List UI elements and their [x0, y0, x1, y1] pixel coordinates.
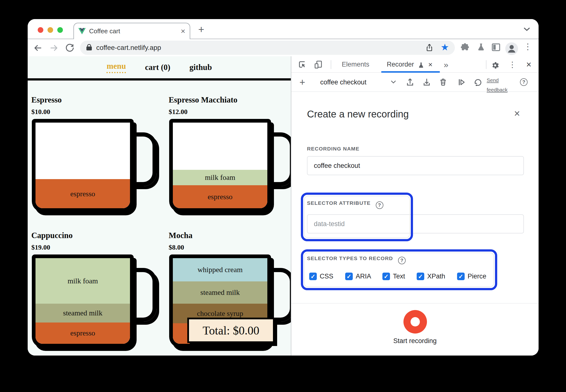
new-tab-button[interactable]: + [196, 24, 207, 35]
select-chevron-icon [390, 80, 396, 84]
replay-icon[interactable] [473, 77, 483, 87]
nav-github-link[interactable]: github [189, 63, 212, 72]
maximize-window-button[interactable] [57, 27, 63, 33]
browser-window: Coffee cart × + coffee-cart.netlify.app … [28, 19, 538, 356]
product-espresso-macchiato[interactable]: Espresso Macchiato $12.00 milk foamespre… [169, 96, 291, 116]
inspect-element-icon[interactable] [297, 60, 307, 70]
product-name: Mocha [169, 231, 291, 240]
dialog-title: Create a new recording [307, 109, 409, 120]
screenshot-root: Coffee cart × + coffee-cart.netlify.app … [0, 0, 566, 392]
browser-tab[interactable]: Coffee cart × [73, 23, 190, 39]
cup-layer: espresso [35, 322, 130, 344]
selector-types-help-icon[interactable]: ? [398, 257, 406, 264]
recording-select[interactable]: coffee checkout [320, 73, 367, 92]
product-cappuccino[interactable]: Cappuccino $19.00 milk foamsteamed milke… [31, 231, 164, 251]
close-window-button[interactable] [38, 27, 43, 33]
record-icon[interactable] [403, 310, 427, 334]
product-price: $12.00 [169, 108, 291, 116]
cup-layer: steamed milk [173, 281, 267, 304]
delete-recording-icon[interactable] [438, 77, 448, 87]
nav-menu-link[interactable]: menu [106, 62, 126, 73]
recording-name-input[interactable] [307, 156, 524, 175]
tab-strip: Coffee cart × + [28, 19, 538, 39]
import-recording-icon[interactable] [405, 77, 415, 87]
cup-espresso-macchiato[interactable]: milk foamespresso [169, 119, 271, 212]
start-recording-button[interactable]: Start recording [291, 337, 538, 345]
checkbox-pierce[interactable]: ✓ Pierce [457, 273, 486, 280]
product-name: Espresso Macchiato [169, 96, 291, 104]
url-bar[interactable]: coffee-cart.netlify.app ★ [80, 41, 455, 55]
product-name: Cappuccino [31, 231, 164, 240]
export-recording-icon[interactable] [422, 77, 432, 87]
share-icon[interactable] [425, 43, 434, 52]
cup-layer: espresso [173, 185, 267, 209]
cup-layer: whipped cream [173, 258, 267, 281]
checkbox-aria[interactable]: ✓ ARIA [345, 273, 371, 280]
selector-attribute-help-icon[interactable]: ? [376, 201, 383, 209]
product-espresso[interactable]: Espresso $10.00 espresso [31, 96, 164, 116]
tab-search-chevron-icon[interactable] [523, 27, 531, 32]
product-mocha[interactable]: Mocha $8.00 whipped creamsteamed milkcho… [169, 231, 291, 251]
back-icon[interactable] [33, 42, 43, 53]
content-area: menu cart (0) github Espresso $10.00 esp… [28, 56, 538, 356]
product-price: $10.00 [31, 108, 164, 116]
browser-toolbar: coffee-cart.netlify.app ★ ⋮ [28, 39, 538, 57]
more-tabs-icon[interactable]: » [441, 60, 451, 70]
devtools-tabbar: Elements Recorder × » ⋮ × [291, 56, 538, 73]
minimize-window-button[interactable] [47, 27, 53, 33]
recorder-flask-icon [416, 60, 426, 70]
close-devtools-icon[interactable]: × [524, 60, 534, 70]
nav-cart-link[interactable]: cart (0) [145, 63, 170, 72]
cup-layer: steamed milk [35, 304, 130, 322]
devtools-panel: Elements Recorder × » ⋮ × + coffee check… [291, 56, 538, 356]
bookmark-star-icon[interactable]: ★ [441, 42, 449, 53]
checkbox-checked-icon[interactable]: ✓ [309, 273, 317, 280]
selector-types-label: SELECTOR TYPES TO RECORD ? [307, 255, 406, 264]
add-recording-icon[interactable]: + [297, 77, 307, 87]
cup-handle [130, 268, 157, 322]
tab-recorder[interactable]: Recorder [387, 56, 414, 72]
divider [331, 60, 331, 69]
divider [486, 60, 486, 69]
cup-layer: espresso [35, 179, 130, 208]
window-controls [38, 27, 63, 33]
selector-attribute-label: SELECTOR ATTRIBUTE ? [307, 200, 383, 209]
profile-avatar[interactable] [505, 42, 518, 55]
tab-close-icon[interactable]: × [181, 27, 185, 35]
recorder-help-icon[interactable]: ? [520, 78, 528, 86]
divider [291, 303, 538, 303]
checkbox-checked-icon[interactable]: ✓ [417, 273, 424, 280]
cart-total: Total: $0.00 [187, 318, 275, 343]
coffee-cart-page: menu cart (0) github Espresso $10.00 esp… [28, 56, 291, 356]
cup-layer: milk foam [173, 170, 267, 185]
checkbox-xpath[interactable]: ✓ XPath [417, 273, 445, 280]
checkbox-checked-icon[interactable]: ✓ [457, 273, 465, 280]
extensions-puzzle-icon[interactable] [460, 42, 470, 52]
checkbox-checked-icon[interactable]: ✓ [382, 273, 390, 280]
step-through-icon[interactable] [457, 77, 466, 87]
checkbox-css[interactable]: ✓ CSS [309, 273, 333, 280]
send-feedback-link[interactable]: Send feedback [487, 76, 516, 95]
dialog-close-icon[interactable]: × [511, 108, 523, 119]
cup-layer: milk foam [35, 258, 130, 304]
tab-elements[interactable]: Elements [342, 56, 369, 72]
product-price: $8.00 [169, 243, 291, 251]
reload-icon[interactable] [64, 42, 75, 53]
recording-name-label: RECORDING NAME [307, 146, 359, 152]
checkbox-text[interactable]: ✓ Text [382, 273, 405, 280]
side-panel-icon[interactable] [491, 42, 501, 52]
cup-cappuccino[interactable]: milk foamsteamed milkespresso [32, 254, 134, 348]
devtools-menu-dots-icon[interactable]: ⋮ [508, 60, 517, 70]
tab-title: Coffee cart [89, 28, 181, 35]
browser-menu-dots-icon[interactable]: ⋮ [524, 42, 532, 51]
beta-flask-icon[interactable] [476, 42, 486, 52]
forward-icon[interactable] [48, 42, 59, 53]
product-name: Espresso [31, 96, 164, 104]
device-toolbar-icon[interactable] [313, 60, 323, 70]
devtools-settings-gear-icon[interactable] [490, 60, 500, 70]
cup-espresso[interactable]: espresso [32, 119, 134, 212]
checkbox-checked-icon[interactable]: ✓ [345, 273, 353, 280]
close-recorder-tab-icon[interactable]: × [425, 60, 435, 70]
lock-icon [86, 46, 92, 50]
selector-attribute-input[interactable] [307, 214, 524, 233]
